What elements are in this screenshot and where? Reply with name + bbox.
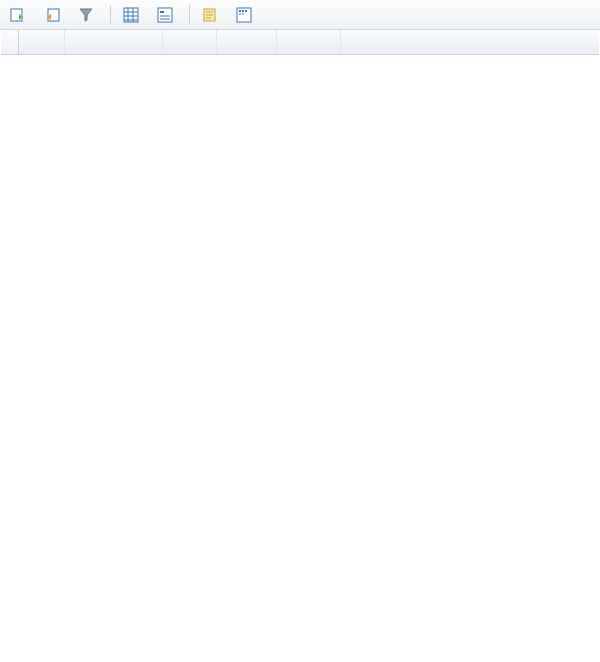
notes-icon: [202, 7, 218, 23]
notes-button[interactable]: [196, 3, 228, 27]
col-age[interactable]: [217, 30, 277, 54]
hex-button[interactable]: [230, 3, 262, 27]
svg-rect-0: [11, 9, 22, 21]
col-sex[interactable]: [163, 30, 217, 54]
svg-rect-5: [160, 15, 170, 17]
grid-icon: [123, 7, 139, 23]
col-name[interactable]: [65, 30, 163, 54]
col-class[interactable]: [277, 30, 341, 54]
toolbar-sep-1: [110, 5, 111, 25]
svg-rect-12: [239, 13, 241, 15]
svg-rect-11: [245, 10, 247, 12]
svg-rect-6: [160, 18, 170, 20]
data-grid[interactable]: [1, 30, 599, 55]
col-id[interactable]: [19, 30, 65, 54]
svg-rect-1: [48, 9, 59, 21]
form-view-button[interactable]: [151, 3, 183, 27]
toolbar: [0, 0, 600, 30]
export-icon: [44, 7, 60, 23]
header-row: [1, 30, 599, 55]
import-wizard-button[interactable]: [4, 3, 36, 27]
hex-icon: [236, 7, 252, 23]
filter-wizard-button[interactable]: [72, 3, 104, 27]
grid-view-button[interactable]: [117, 3, 149, 27]
import-icon: [10, 7, 26, 23]
toolbar-sep-2: [189, 5, 190, 25]
header-gutter: [1, 30, 19, 54]
filter-icon: [78, 7, 94, 23]
form-icon: [157, 7, 173, 23]
export-wizard-button[interactable]: [38, 3, 70, 27]
svg-rect-13: [242, 13, 244, 15]
col-addr[interactable]: [341, 30, 599, 54]
svg-rect-9: [239, 10, 241, 12]
svg-rect-10: [242, 10, 244, 12]
svg-rect-4: [160, 11, 164, 13]
